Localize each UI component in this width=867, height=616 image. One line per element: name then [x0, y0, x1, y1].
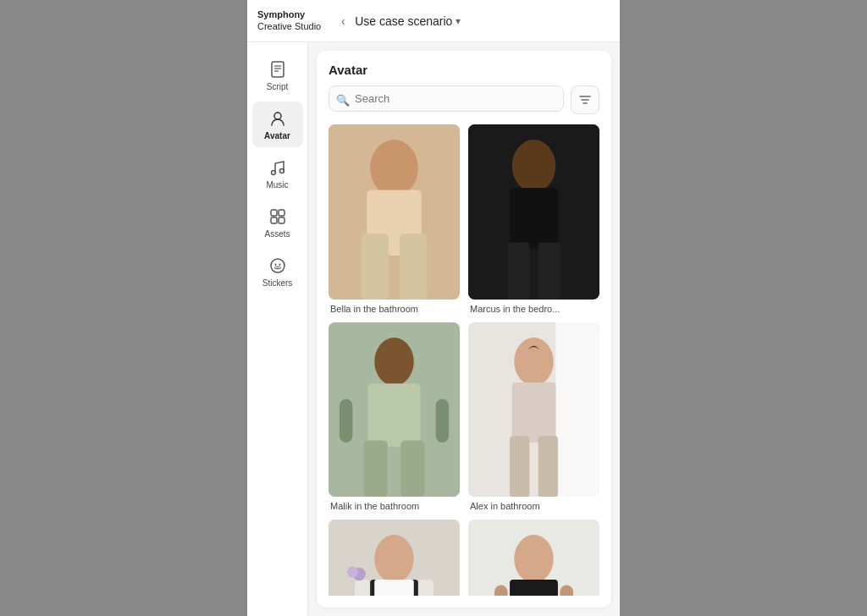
svg-rect-43 [355, 580, 370, 596]
sidebar-item-music[interactable]: Music [252, 151, 303, 196]
sidebar-item-script[interactable]: Script [252, 52, 303, 98]
avatar-thumb-alex-bed [468, 520, 599, 596]
svg-rect-40 [374, 580, 413, 596]
avatar-name-alex-bath: Alex in bathroom [468, 501, 599, 511]
sidebar-label-avatar: Avatar [264, 131, 290, 140]
avatar-card-marcus[interactable]: Marcus in the bedro... [468, 124, 599, 314]
svg-rect-26 [368, 383, 421, 447]
svg-point-25 [374, 338, 413, 386]
sidebar-item-stickers[interactable]: Stickers [252, 249, 303, 294]
music-icon [268, 157, 288, 178]
sidebar-item-assets[interactable]: Assets [252, 200, 303, 245]
avatar-panel: Avatar 🔍 Bella in the ba [317, 51, 611, 608]
back-button[interactable]: ‹ [334, 13, 351, 30]
app-window: Symphony Creative Studio ‹ Use case scen… [247, 0, 620, 616]
svg-point-11 [271, 259, 284, 272]
avatar-grid: Bella in the bathroom Marcus in the bedr… [329, 124, 599, 596]
search-wrap: 🔍 [329, 85, 564, 114]
avatar-thumb-malik [329, 322, 460, 498]
stickers-icon [268, 256, 288, 276]
svg-point-4 [274, 113, 281, 119]
svg-point-20 [512, 140, 556, 192]
brand: Symphony Creative Studio [257, 9, 321, 31]
sidebar-label-script: Script [267, 82, 289, 91]
svg-rect-30 [436, 399, 449, 443]
avatar-thumb-bella [329, 124, 460, 300]
svg-rect-36 [538, 436, 558, 497]
avatar-card-alex-bath[interactable]: Alex in bathroom [468, 322, 599, 512]
brand-symphony: Symphony [257, 9, 321, 20]
svg-point-33 [514, 338, 553, 386]
script-icon [268, 59, 288, 80]
svg-point-12 [274, 264, 276, 266]
avatar-card-alex-bed[interactable]: Alex in bedroom [468, 520, 599, 596]
header: Symphony Creative Studio ‹ Use case scen… [247, 0, 620, 42]
svg-rect-44 [418, 580, 434, 596]
svg-rect-0 [272, 62, 284, 77]
svg-rect-7 [271, 210, 277, 216]
svg-rect-21 [510, 188, 558, 248]
avatar-card-alex-cloak[interactable]: Alex in cloakroom [329, 520, 460, 596]
svg-point-38 [374, 535, 413, 583]
svg-rect-28 [400, 440, 424, 497]
svg-rect-35 [510, 436, 529, 497]
brand-creative: Creative Studio [257, 21, 321, 32]
svg-rect-32 [555, 322, 599, 498]
dropdown-chevron-icon[interactable]: ▾ [456, 15, 461, 27]
svg-rect-10 [279, 217, 284, 223]
sidebar: Script Avatar [247, 42, 308, 616]
avatar-name-malik: Malik in the bathroom [329, 501, 460, 511]
panel-title: Avatar [329, 63, 599, 77]
svg-rect-50 [510, 580, 558, 596]
sidebar-label-stickers: Stickers [262, 278, 293, 288]
filter-button[interactable] [571, 85, 599, 114]
sidebar-label-music: Music [266, 180, 288, 190]
avatar-card-malik[interactable]: Malik in the bathroom [329, 322, 460, 512]
assets-icon [268, 206, 288, 227]
avatar-name-bella: Bella in the bathroom [329, 304, 460, 314]
svg-rect-22 [508, 242, 530, 299]
sidebar-item-avatar[interactable]: Avatar [252, 102, 303, 147]
svg-rect-27 [363, 440, 387, 497]
search-icon: 🔍 [336, 94, 350, 107]
svg-rect-17 [362, 234, 389, 299]
svg-point-15 [370, 140, 418, 196]
svg-point-13 [279, 264, 280, 266]
search-row: 🔍 [329, 85, 599, 114]
svg-point-49 [514, 535, 553, 583]
main-area: Script Avatar [247, 42, 620, 616]
svg-point-5 [271, 171, 275, 175]
svg-rect-18 [400, 234, 427, 299]
svg-rect-34 [512, 382, 556, 443]
svg-rect-8 [279, 210, 284, 216]
header-nav: ‹ Use case scenario ▾ [334, 13, 610, 30]
avatar-thumb-alex-cloak [329, 520, 460, 596]
content-area: Avatar 🔍 Bella in the ba [308, 42, 620, 616]
avatar-icon [268, 108, 288, 129]
svg-rect-23 [538, 242, 561, 299]
svg-rect-9 [271, 217, 277, 223]
avatar-name-marcus: Marcus in the bedro... [468, 304, 599, 314]
sidebar-label-assets: Assets [264, 229, 290, 239]
svg-point-6 [279, 169, 284, 173]
search-input[interactable] [329, 85, 564, 112]
nav-title: Use case scenario [355, 14, 452, 28]
svg-rect-29 [340, 399, 352, 443]
svg-point-46 [347, 567, 358, 578]
avatar-thumb-alex-bath [468, 322, 599, 498]
avatar-card-bella[interactable]: Bella in the bathroom [329, 124, 460, 314]
avatar-thumb-marcus [468, 124, 599, 300]
